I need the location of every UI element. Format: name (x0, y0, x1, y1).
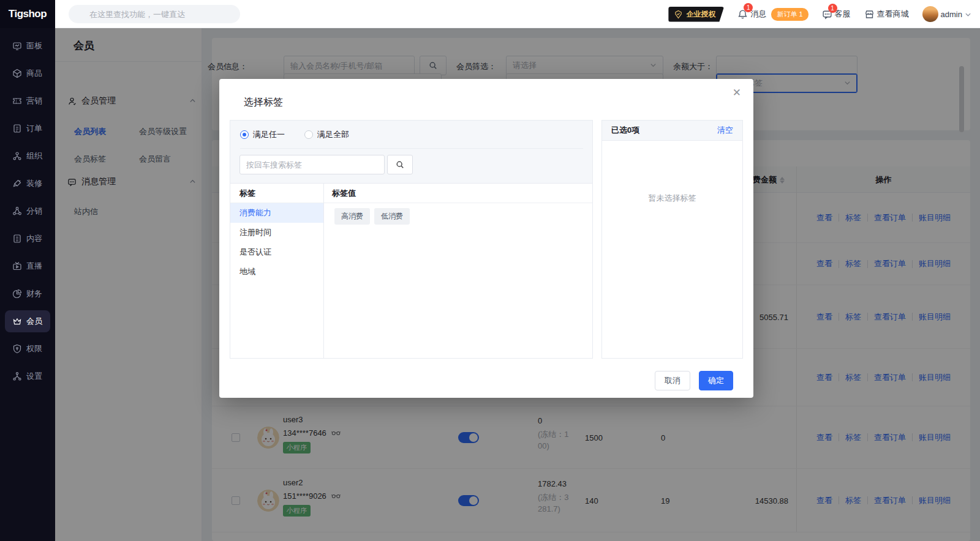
selected-tags-header: 已选0项 清空 (602, 121, 742, 141)
dialog-title: 选择标签 (244, 96, 283, 109)
close-icon[interactable]: ✕ (733, 88, 741, 98)
tag-value-column-header: 标签值 (332, 184, 356, 203)
shield-key-icon (12, 344, 22, 354)
nav-item-decoration[interactable]: 装修 (5, 173, 50, 195)
org-chart-icon (12, 151, 22, 161)
tag-item-register-time[interactable]: 注册时间 (230, 223, 323, 242)
tag-item-region[interactable]: 地域 (230, 262, 323, 282)
empty-selection-text: 暂未选择标签 (602, 193, 742, 204)
app-logo[interactable]: Tigshop (0, 0, 55, 28)
app-screen: 会员 会员管理 会员列表 会员等级设置 会员标签 会员留言 消息管理 站内信 (0, 0, 980, 541)
cube-icon (12, 69, 22, 78)
select-tag-dialog: 选择标签 ✕ 满足任一 满足全部 标签 标签值 消费能 (219, 79, 753, 398)
top-bar: Tigshop 企业授权 1 消息 新订单 1 1 (0, 0, 980, 28)
nav-item-orders[interactable]: 订单 (5, 118, 50, 140)
radio-match-all[interactable]: 满足全部 (304, 129, 349, 140)
view-shop-menu[interactable]: 查看商城 (864, 9, 909, 20)
confirm-button[interactable]: 确定 (699, 371, 733, 390)
tag-value-chip-high[interactable]: 高消费 (334, 208, 370, 225)
top-right-cluster: 企业授权 1 消息 新订单 1 1 客服 (668, 0, 971, 28)
nav-item-distribution[interactable]: 分销 (5, 200, 50, 222)
crown-icon (12, 316, 22, 326)
shield-check-icon (674, 10, 683, 19)
match-mode-radio-group: 满足任一 满足全部 (240, 121, 583, 149)
coupon-icon (12, 96, 22, 106)
radio-unselected-icon (304, 130, 313, 139)
paint-brush-icon (12, 179, 22, 188)
nav-item-dashboard[interactable]: 面板 (5, 35, 50, 57)
tag-column-header: 标签 (239, 184, 255, 203)
chevron-down-icon (965, 11, 971, 18)
nav-item-finance[interactable]: 财务 (5, 283, 50, 305)
divider (323, 184, 324, 358)
messages-menu[interactable]: 1 消息 新订单 1 (737, 8, 808, 21)
user-menu[interactable]: admin (922, 6, 971, 22)
cancel-button[interactable]: 取消 (655, 371, 690, 390)
message-count-badge: 1 (744, 3, 753, 12)
nav-item-content[interactable]: 内容 (5, 228, 50, 250)
content-doc-icon (12, 234, 22, 244)
order-doc-icon (12, 124, 22, 133)
new-order-pill[interactable]: 新订单 1 (771, 8, 808, 21)
pie-chart-icon (12, 289, 22, 299)
radio-selected-icon (240, 130, 249, 139)
tag-picker-panel: 满足任一 满足全部 标签 标签值 消费能力 注册时间 是否认证 地域 高消费 低… (230, 120, 593, 359)
service-count-badge: 1 (828, 4, 837, 13)
nav-item-permissions[interactable]: 权限 (5, 338, 50, 360)
user-avatar (922, 6, 938, 22)
radio-match-any[interactable]: 满足任一 (240, 129, 285, 140)
dashboard-icon (12, 41, 22, 51)
nav-item-members[interactable]: 会员 (5, 310, 50, 332)
nav-item-live[interactable]: 直播 (5, 255, 50, 277)
nav-item-marketing[interactable]: 营销 (5, 90, 50, 112)
storefront-icon (864, 9, 875, 20)
share-network-icon (12, 206, 22, 216)
tag-search-input[interactable] (239, 155, 385, 174)
tag-value-chip-low[interactable]: 低消费 (374, 208, 410, 225)
nav-rail: 面板 商品 营销 订单 组织 装修 分销 内容 (0, 28, 55, 541)
clear-selection-link[interactable]: 清空 (717, 125, 733, 136)
enterprise-license-badge[interactable]: 企业授权 (668, 7, 724, 22)
tag-item-verified[interactable]: 是否认证 (230, 242, 323, 262)
selected-count: 已选0项 (611, 125, 639, 136)
tag-item-spending-power[interactable]: 消费能力 (230, 203, 323, 223)
live-tv-icon (12, 261, 22, 271)
settings-nodes-icon (12, 371, 22, 381)
username: admin (941, 10, 962, 19)
selected-tags-panel: 已选0项 清空 暂未选择标签 (601, 120, 743, 359)
nav-item-organization[interactable]: 组织 (5, 145, 50, 167)
global-search-input[interactable] (69, 5, 240, 23)
tag-search-button[interactable] (387, 155, 413, 174)
nav-item-products[interactable]: 商品 (5, 62, 50, 84)
customer-service-menu[interactable]: 1 客服 (822, 9, 851, 20)
nav-item-settings[interactable]: 设置 (5, 365, 50, 387)
